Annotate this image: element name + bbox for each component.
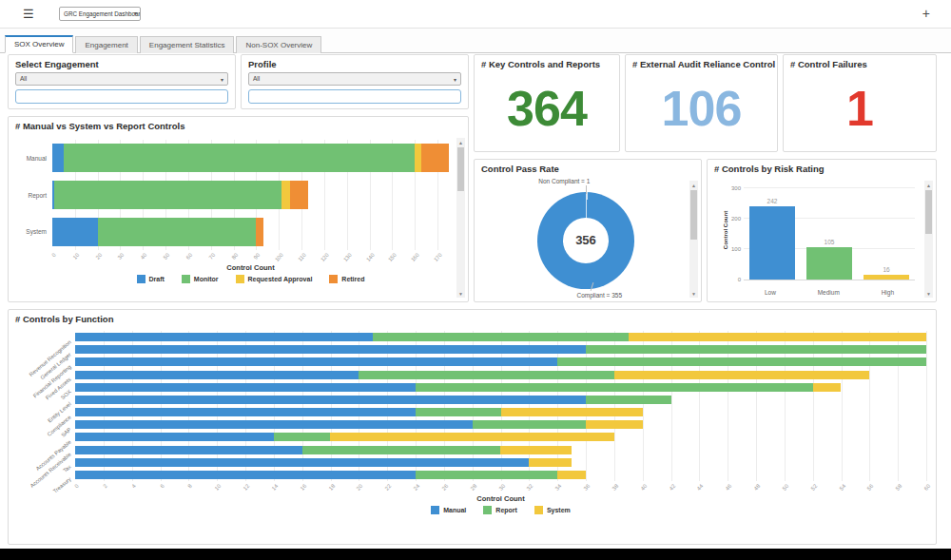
- bar-segment-monitor[interactable]: [98, 218, 257, 246]
- x-axis-categories: LowMediumHigh: [744, 289, 915, 296]
- bar-segment-system[interactable]: [813, 383, 842, 392]
- bar-segment-report[interactable]: [557, 357, 926, 366]
- scroll-up-icon[interactable]: ▲: [689, 181, 698, 189]
- legend-item-retired[interactable]: Retired: [329, 275, 364, 283]
- bar-segment-system[interactable]: [529, 458, 572, 467]
- bar-segment-report[interactable]: [416, 471, 557, 479]
- bar-segment-manual[interactable]: [75, 396, 586, 404]
- bar-segment-manual[interactable]: [75, 383, 416, 392]
- bar-segment-requested-approval[interactable]: [415, 144, 421, 172]
- bar-rows: Revenue RecognitionGeneral LedgerFinanci…: [14, 331, 926, 481]
- bar-row: Accounts Receivable: [14, 444, 926, 456]
- bar-segment-report[interactable]: [586, 396, 671, 404]
- bar-segment-manual[interactable]: [75, 371, 359, 379]
- axis-tick: 0: [73, 483, 80, 489]
- bar-segment-manual[interactable]: [75, 345, 586, 354]
- engagement-search-input[interactable]: [15, 89, 228, 104]
- bar-segment-requested-approval[interactable]: [281, 181, 291, 209]
- bar-segment-report[interactable]: [302, 446, 501, 454]
- legend-item-requested-approval[interactable]: Requested Approval: [236, 275, 313, 283]
- bar-segment-manual[interactable]: [75, 357, 557, 366]
- bar-segment-manual[interactable]: [75, 420, 473, 429]
- profile-search-input[interactable]: [248, 89, 461, 104]
- bar-row: Fixed Assets: [14, 369, 926, 381]
- kpi-card-external-audit: # External Audit Reliance Control 106: [625, 54, 778, 152]
- legend-item-manual[interactable]: Manual: [431, 506, 466, 514]
- tab-sox-overview[interactable]: SOX Overview: [5, 35, 73, 53]
- bar-segment-manual[interactable]: [75, 333, 373, 341]
- scroll-up-icon[interactable]: ▲: [456, 138, 465, 146]
- bar-segment-system[interactable]: [586, 420, 643, 429]
- axis-tick: 54: [838, 483, 846, 492]
- top-bar: ☰ GRC Engagement Dashboard ▾ +: [0, 0, 951, 29]
- axis-tick: 0: [728, 277, 741, 282]
- bar-segment-retired[interactable]: [421, 144, 449, 172]
- category-label: Manual: [12, 155, 52, 162]
- donut-ring[interactable]: 356: [537, 192, 634, 289]
- bar-segment-manual[interactable]: [75, 408, 416, 416]
- donut-center-value: 356: [563, 218, 609, 263]
- bar-segment-system[interactable]: [501, 408, 643, 416]
- dashboard-select[interactable]: GRC Engagement Dashboard ▾: [59, 7, 141, 21]
- axis-tick: 28: [469, 483, 477, 492]
- scroll-up-icon[interactable]: ▲: [924, 181, 933, 189]
- bar-segment-report[interactable]: [586, 345, 926, 354]
- scrollbar-thumb[interactable]: [925, 190, 932, 234]
- bar-segment-retired[interactable]: [290, 181, 308, 209]
- axis-tick: 60: [923, 483, 932, 492]
- bar-high[interactable]: [864, 275, 910, 280]
- bar-segment-draft[interactable]: [52, 144, 64, 172]
- axis-tick: 300: [728, 185, 741, 191]
- tab-bar: SOX OverviewEngagementEngagement Statist…: [0, 29, 951, 53]
- bar-track: [75, 446, 926, 454]
- bar-low[interactable]: [749, 206, 796, 280]
- legend-item-report[interactable]: Report: [483, 506, 517, 514]
- scroll-down-icon[interactable]: ▼: [689, 289, 698, 298]
- bar-segment-report[interactable]: [274, 433, 331, 441]
- bar-segment-system[interactable]: [629, 333, 926, 341]
- bar-segment-system[interactable]: [557, 471, 586, 479]
- engagement-select[interactable]: All ▾: [15, 72, 228, 86]
- tab-engagement[interactable]: Engagement: [75, 36, 137, 53]
- scrollbar-thumb[interactable]: [690, 190, 697, 240]
- tab-non-sox-overview[interactable]: Non-SOX Overview: [236, 36, 321, 53]
- legend-item-draft[interactable]: Draft: [137, 275, 165, 283]
- bar-segment-manual[interactable]: [75, 471, 416, 479]
- bar-segment-report[interactable]: [359, 371, 614, 379]
- bar-segment-report[interactable]: [416, 408, 501, 416]
- bar-segment-system[interactable]: [330, 433, 613, 441]
- scrollbar-thumb[interactable]: [457, 147, 464, 191]
- bar-segment-report[interactable]: [473, 420, 586, 429]
- add-button[interactable]: +: [922, 6, 930, 21]
- legend-item-monitor[interactable]: Monitor: [182, 275, 219, 283]
- profile-select[interactable]: All ▾: [248, 72, 461, 86]
- bar-segment-system[interactable]: [500, 446, 572, 454]
- bar-segment-report[interactable]: [416, 383, 813, 392]
- axis-tick: 150: [387, 252, 398, 262]
- legend-swatch: [236, 275, 244, 283]
- bar-segment-manual[interactable]: [75, 433, 274, 441]
- scroll-down-icon[interactable]: ▼: [456, 289, 465, 298]
- bar-segment-retired[interactable]: [256, 218, 262, 246]
- category-label: Low: [765, 289, 776, 296]
- bar-segment-monitor[interactable]: [54, 181, 281, 209]
- bar-segment-system[interactable]: [614, 371, 870, 379]
- category-label: Report: [12, 192, 52, 199]
- hamburger-menu-icon[interactable]: ☰: [23, 7, 34, 21]
- bar-segment-manual[interactable]: [75, 446, 302, 454]
- scroll-down-icon[interactable]: ▼: [924, 289, 933, 298]
- bar-segment-draft[interactable]: [52, 218, 98, 246]
- axis-tick: 120: [320, 252, 330, 262]
- bar-segment-monitor[interactable]: [64, 144, 415, 172]
- bar-segment-manual[interactable]: [75, 458, 529, 467]
- scrollbar[interactable]: ▲ ▼: [456, 138, 465, 298]
- tab-engagement-statistics[interactable]: Engagement Statistics: [140, 36, 235, 53]
- bar-segment-report[interactable]: [373, 333, 629, 341]
- legend-item-system[interactable]: System: [534, 506, 571, 514]
- scrollbar[interactable]: ▲ ▼: [689, 181, 698, 298]
- scrollbar[interactable]: ▲ ▼: [924, 181, 933, 298]
- bar-medium[interactable]: [806, 247, 853, 280]
- bar-track: [75, 333, 926, 341]
- bar-value-label: 242: [767, 198, 778, 204]
- axis-tick: 34: [554, 483, 563, 492]
